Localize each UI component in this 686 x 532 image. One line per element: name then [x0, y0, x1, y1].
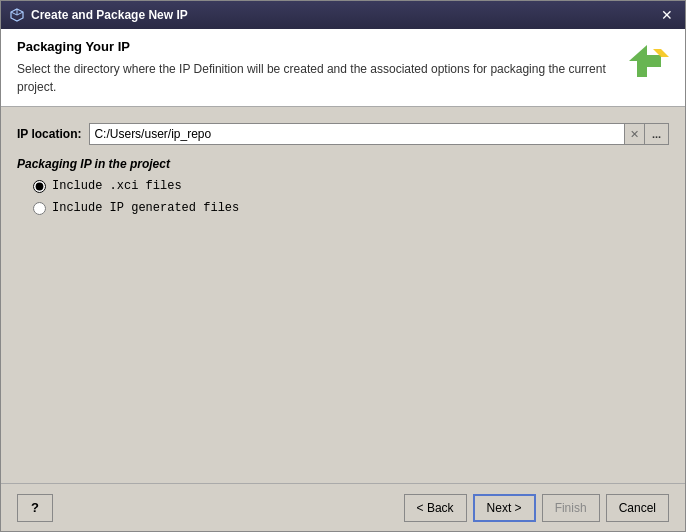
finish-button: Finish: [542, 494, 600, 522]
page-description: Select the directory where the IP Defini…: [17, 60, 615, 96]
ip-location-clear-button[interactable]: ✕: [625, 123, 645, 145]
radio-generated[interactable]: [33, 202, 46, 215]
titlebar: Create and Package New IP ✕: [1, 1, 685, 29]
radio-item-xci[interactable]: Include .xci files: [33, 179, 669, 193]
ip-location-browse-button[interactable]: ...: [645, 123, 669, 145]
svg-line-2: [17, 12, 23, 15]
ip-location-label: IP location:: [17, 127, 81, 141]
packaging-section-label: Packaging IP in the project: [17, 157, 669, 171]
help-button[interactable]: ?: [17, 494, 53, 522]
footer: ? < Back Next > Finish Cancel: [1, 483, 685, 531]
content-area: Packaging Your IP Select the directory w…: [1, 29, 685, 483]
close-button[interactable]: ✕: [657, 8, 677, 22]
ip-location-input-group: ✕ ...: [89, 123, 669, 145]
footer-left: ?: [17, 494, 53, 522]
page-header-text: Packaging Your IP Select the directory w…: [17, 39, 615, 96]
ip-location-row: IP location: ✕ ...: [17, 123, 669, 145]
radio-xci-label: Include .xci files: [52, 179, 182, 193]
body-content: IP location: ✕ ... Packaging IP in the p…: [1, 107, 685, 483]
titlebar-app-icon: [9, 7, 25, 23]
cancel-button[interactable]: Cancel: [606, 494, 669, 522]
back-button[interactable]: < Back: [404, 494, 467, 522]
radio-xci[interactable]: [33, 180, 46, 193]
ip-location-input[interactable]: [89, 123, 625, 145]
vivado-logo: [625, 39, 669, 83]
next-button[interactable]: Next >: [473, 494, 536, 522]
footer-right: < Back Next > Finish Cancel: [404, 494, 669, 522]
dialog: Create and Package New IP ✕ Packaging Yo…: [0, 0, 686, 532]
radio-generated-label: Include IP generated files: [52, 201, 239, 215]
radio-group: Include .xci files Include IP generated …: [17, 179, 669, 215]
titlebar-left: Create and Package New IP: [9, 7, 188, 23]
dialog-title: Create and Package New IP: [31, 8, 188, 22]
page-title: Packaging Your IP: [17, 39, 615, 54]
svg-line-3: [11, 12, 17, 15]
page-header: Packaging Your IP Select the directory w…: [1, 29, 685, 107]
radio-item-generated[interactable]: Include IP generated files: [33, 201, 669, 215]
